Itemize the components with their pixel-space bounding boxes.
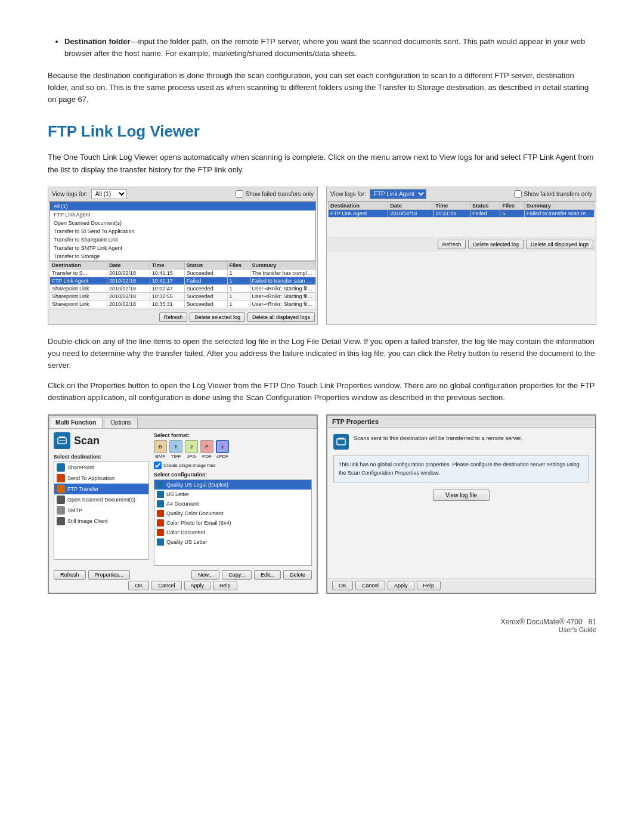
dest-label: Select destination: bbox=[54, 454, 149, 460]
show-failed-only-right: Show failed transfers only bbox=[514, 190, 592, 198]
copy-btn[interactable]: Copy... bbox=[222, 570, 252, 580]
format-icon-pdf[interactable]: PPDF bbox=[200, 440, 213, 459]
log-row[interactable]: FTP Link Agent2010/02/1810:41:17Failed1F… bbox=[50, 277, 316, 284]
delete-btn[interactable]: Delete bbox=[283, 570, 312, 580]
properties-btn[interactable]: Properties... bbox=[88, 570, 131, 580]
config-item-icon bbox=[157, 529, 164, 536]
apply-scan-btn[interactable]: Apply bbox=[184, 581, 211, 590]
dest-item[interactable]: Send To Application bbox=[54, 473, 148, 484]
log-cell: Failed bbox=[470, 209, 500, 217]
help-scan-btn[interactable]: Help bbox=[213, 581, 237, 590]
ftp-prop-title: FTP Properties bbox=[327, 416, 595, 428]
format-icon-spdf[interactable]: ssPDF bbox=[216, 440, 229, 459]
ok-ftp-btn[interactable]: OK bbox=[332, 581, 353, 590]
dest-item[interactable]: SMTP bbox=[54, 505, 148, 516]
config-item[interactable]: US Letter bbox=[154, 490, 311, 499]
config-label: Select configuration: bbox=[154, 472, 312, 478]
cancel-ftp-btn[interactable]: Cancel bbox=[355, 581, 385, 590]
dest-item-label: SMTP bbox=[67, 507, 82, 513]
dropdown-item-transfer-sp[interactable]: Transfer to St Send To Application bbox=[50, 227, 315, 236]
dropdown-item-smtp[interactable]: Transfer to SMTP Link Agent bbox=[50, 244, 315, 252]
config-item-label: US Letter bbox=[166, 491, 189, 497]
apply-ftp-btn[interactable]: Apply bbox=[388, 581, 414, 590]
format-icon-tiff[interactable]: TTIFF bbox=[169, 440, 182, 459]
format-label-text: TIFF bbox=[171, 454, 181, 459]
config-list[interactable]: Quality US Legal (Duplex)US LetterA4 Doc… bbox=[154, 479, 312, 566]
format-label: Select format: bbox=[154, 432, 312, 438]
log-row[interactable]: Sharepoint Link2010/02/1810:02:47Succeed… bbox=[50, 284, 316, 292]
delete-all-btn-left[interactable]: Delete all displayed logs bbox=[247, 312, 315, 322]
dropdown-item-ftp[interactable]: FTP Link Agent bbox=[50, 210, 315, 219]
log-row[interactable]: Sharepoint Link2010/02/1810:32:55Succeed… bbox=[50, 292, 316, 300]
config-item[interactable]: Quality Color Document bbox=[154, 509, 311, 518]
view-logs-select-left[interactable]: All (1) bbox=[91, 189, 127, 199]
format-icons: BBMPTTIFFJJPGPPDFssPDF bbox=[154, 440, 312, 459]
dest-item[interactable]: SharePoint bbox=[54, 462, 148, 473]
dropdown-item-storage[interactable]: Transfer to Storage bbox=[50, 252, 315, 261]
delete-selected-btn-left[interactable]: Delete selected log bbox=[190, 312, 245, 322]
log-row[interactable]: FTP Link Agent2010/02/1810:41:06Failed5F… bbox=[329, 209, 595, 217]
dropdown-item-all[interactable]: All (1) bbox=[50, 202, 315, 210]
refresh-btn-right[interactable]: Refresh bbox=[438, 240, 466, 249]
log-dropdown-list: All (1) FTP Link Agent Open Scanned Docu… bbox=[49, 202, 316, 261]
ftp-prop-text2: This link has no global configuration pr… bbox=[339, 462, 580, 476]
log-row[interactable]: Transfer to S...2010/02/1810:41:15Succee… bbox=[50, 269, 316, 277]
dest-item-label: Open Scanned Document(s) bbox=[67, 497, 135, 503]
edit-btn[interactable]: Edit... bbox=[254, 570, 281, 580]
dropdown-item-sharepoint[interactable]: Transfer to Sharepoint Link bbox=[50, 236, 315, 244]
ok-scan-btn[interactable]: OK bbox=[128, 581, 149, 590]
scan-ui-row: Multi Function Options Scan Select desti… bbox=[48, 414, 596, 594]
format-icon-box: T bbox=[169, 440, 182, 453]
dest-item[interactable]: Open Scanned Document(s) bbox=[54, 494, 148, 505]
cancel-scan-btn[interactable]: Cancel bbox=[151, 581, 181, 590]
config-item[interactable]: A4 Document bbox=[154, 499, 311, 509]
col-time: Time bbox=[150, 261, 184, 269]
config-item[interactable]: Quality US Letter bbox=[154, 537, 311, 547]
col-time-r: Time bbox=[434, 202, 470, 209]
tab-multi-function[interactable]: Multi Function bbox=[49, 417, 103, 428]
log-cell: Transfer to S... bbox=[50, 269, 107, 277]
format-icon-jpg[interactable]: JJPG bbox=[185, 440, 198, 459]
log-cell: 1 bbox=[227, 284, 250, 292]
config-item-icon bbox=[157, 491, 164, 498]
ftp-prop-icon bbox=[333, 434, 349, 450]
config-item-icon bbox=[157, 481, 164, 488]
dest-item-icon bbox=[57, 506, 65, 515]
log-cell: FTP Link Agent bbox=[329, 209, 388, 217]
dest-list[interactable]: SharePointSend To ApplicationFTP Transfe… bbox=[54, 462, 149, 560]
config-item[interactable]: Quality US Legal (Duplex) bbox=[154, 480, 311, 490]
format-icon-bmp[interactable]: BBMP bbox=[154, 440, 167, 459]
config-item[interactable]: Color Photo for Email (6x4) bbox=[154, 518, 311, 528]
refresh-scan-btn[interactable]: Refresh bbox=[54, 570, 86, 580]
delete-all-btn-right[interactable]: Delete all displayed logs bbox=[526, 240, 593, 249]
config-item[interactable]: Color Document bbox=[154, 528, 311, 537]
refresh-btn-left[interactable]: Refresh bbox=[159, 312, 188, 322]
dest-item-icon bbox=[57, 474, 65, 482]
log-cell: 10:41:15 bbox=[150, 269, 184, 277]
log-cell: 10:32:55 bbox=[150, 292, 184, 300]
view-log-file-btn[interactable]: View log file bbox=[433, 490, 490, 501]
show-failed-checkbox-right[interactable] bbox=[514, 190, 522, 198]
new-btn[interactable]: New... bbox=[191, 570, 219, 580]
dest-item-icon bbox=[57, 485, 65, 493]
create-single-label: Create single image files bbox=[163, 463, 216, 468]
view-logs-select-right[interactable]: FTP Link Agent bbox=[370, 189, 426, 199]
tab-options[interactable]: Options bbox=[104, 417, 137, 428]
log-row[interactable]: Sharepoint Link2010/02/1810:35:31Succeed… bbox=[50, 300, 316, 308]
log-table-wrap-right: Destination Date Time Status Files Summa… bbox=[327, 202, 596, 219]
create-single-checkbox[interactable] bbox=[154, 462, 162, 469]
log-panel-right-header: View logs for: FTP Link Agent Show faile… bbox=[327, 187, 596, 202]
delete-selected-btn-right[interactable]: Delete selected log bbox=[468, 240, 524, 249]
show-failed-checkbox-left[interactable] bbox=[236, 190, 243, 198]
dest-item[interactable]: FTP Transfer bbox=[54, 484, 148, 494]
bullet-section: Destination folder—input the folder path… bbox=[48, 36, 596, 59]
log-cell: Failed to transfer scan result to the de… bbox=[524, 209, 594, 217]
svg-rect-1 bbox=[59, 436, 65, 438]
footer: Xerox® DocuMate® 4700 81 User's Guide bbox=[48, 618, 596, 633]
dest-item[interactable]: Still Image Client bbox=[54, 516, 148, 527]
dropdown-item-open[interactable]: Open Scanned Document(s) bbox=[50, 219, 315, 227]
scan-ui-panel: Multi Function Options Scan Select desti… bbox=[48, 414, 318, 594]
ftp-prop-box: This link has no global configuration pr… bbox=[333, 456, 589, 482]
help-ftp-btn[interactable]: Help bbox=[417, 581, 441, 590]
config-item-icon bbox=[157, 538, 164, 546]
